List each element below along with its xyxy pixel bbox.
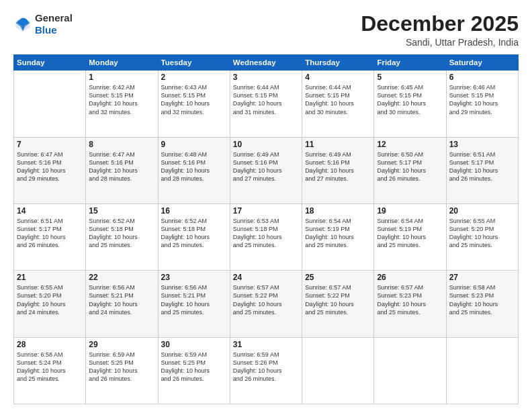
location: Sandi, Uttar Pradesh, India [361,37,519,48]
calendar-cell: 19Sunrise: 6:54 AM Sunset: 5:19 PM Dayli… [374,203,446,270]
day-number: 26 [377,273,443,282]
day-number: 22 [89,273,154,282]
cell-info: Sunrise: 6:57 AM Sunset: 5:22 PM Dayligh… [305,283,371,316]
day-number: 15 [89,206,154,216]
cell-info: Sunrise: 6:56 AM Sunset: 5:21 PM Dayligh… [89,283,154,316]
day-number: 20 [449,206,515,216]
day-number: 25 [305,273,371,282]
day-number: 5 [377,73,443,82]
calendar-cell: 14Sunrise: 6:51 AM Sunset: 5:17 PM Dayli… [14,203,86,270]
calendar-cell: 30Sunrise: 6:59 AM Sunset: 5:25 PM Dayli… [158,337,230,404]
calendar-cell: 16Sunrise: 6:52 AM Sunset: 5:18 PM Dayli… [158,203,230,270]
calendar-cell: 22Sunrise: 6:56 AM Sunset: 5:21 PM Dayli… [86,271,158,337]
title-block: December 2025 Sandi, Uttar Pradesh, Indi… [361,12,519,48]
page: General Blue December 2025 Sandi, Uttar … [0,0,532,411]
day-header-friday: Friday [374,55,446,71]
calendar-cell: 23Sunrise: 6:56 AM Sunset: 5:21 PM Dayli… [158,271,230,337]
calendar-cell: 25Sunrise: 6:57 AM Sunset: 5:22 PM Dayli… [302,271,374,337]
calendar-cell: 21Sunrise: 6:55 AM Sunset: 5:20 PM Dayli… [14,271,86,337]
calendar-cell: 27Sunrise: 6:58 AM Sunset: 5:23 PM Dayli… [446,271,518,337]
cell-info: Sunrise: 6:48 AM Sunset: 5:16 PM Dayligh… [161,150,227,183]
day-header-monday: Monday [86,55,158,71]
day-header-wednesday: Wednesday [230,55,302,71]
calendar-week-row: 1Sunrise: 6:42 AM Sunset: 5:15 PM Daylig… [14,71,519,137]
cell-info: Sunrise: 6:42 AM Sunset: 5:15 PM Dayligh… [89,83,154,116]
calendar-cell: 7Sunrise: 6:47 AM Sunset: 5:16 PM Daylig… [14,137,86,203]
cell-info: Sunrise: 6:43 AM Sunset: 5:15 PM Dayligh… [161,83,227,116]
day-header-saturday: Saturday [446,55,518,71]
cell-info: Sunrise: 6:50 AM Sunset: 5:17 PM Dayligh… [377,150,443,183]
month-title: December 2025 [361,12,519,36]
day-number: 1 [89,73,154,82]
cell-info: Sunrise: 6:54 AM Sunset: 5:19 PM Dayligh… [377,217,443,250]
day-number: 3 [233,73,299,82]
logo: General Blue [13,12,73,36]
cell-info: Sunrise: 6:52 AM Sunset: 5:18 PM Dayligh… [89,217,154,250]
calendar-cell: 8Sunrise: 6:47 AM Sunset: 5:16 PM Daylig… [86,137,158,203]
calendar-cell: 13Sunrise: 6:51 AM Sunset: 5:17 PM Dayli… [446,137,518,203]
day-number: 8 [89,140,154,149]
calendar-cell: 18Sunrise: 6:54 AM Sunset: 5:19 PM Dayli… [302,203,374,270]
cell-info: Sunrise: 6:44 AM Sunset: 5:15 PM Dayligh… [233,83,299,116]
calendar-cell: 26Sunrise: 6:57 AM Sunset: 5:23 PM Dayli… [374,271,446,337]
day-number: 17 [233,206,299,216]
day-number: 31 [233,340,299,349]
cell-info: Sunrise: 6:45 AM Sunset: 5:15 PM Dayligh… [377,83,443,116]
header: General Blue December 2025 Sandi, Uttar … [13,12,519,48]
day-number: 16 [161,206,227,216]
calendar-cell: 17Sunrise: 6:53 AM Sunset: 5:18 PM Dayli… [230,203,302,270]
cell-info: Sunrise: 6:58 AM Sunset: 5:23 PM Dayligh… [449,283,515,316]
calendar-cell: 20Sunrise: 6:55 AM Sunset: 5:20 PM Dayli… [446,203,518,270]
day-number: 13 [449,140,515,149]
calendar-cell: 29Sunrise: 6:59 AM Sunset: 5:25 PM Dayli… [86,337,158,404]
day-header-thursday: Thursday [302,55,374,71]
day-number: 14 [17,206,83,216]
day-number: 4 [305,73,371,82]
day-header-tuesday: Tuesday [158,55,230,71]
day-number: 28 [17,340,83,349]
day-number: 10 [233,140,299,149]
calendar-cell: 10Sunrise: 6:49 AM Sunset: 5:16 PM Dayli… [230,137,302,203]
calendar-cell: 5Sunrise: 6:45 AM Sunset: 5:15 PM Daylig… [374,71,446,137]
day-number: 23 [161,273,227,282]
day-number: 6 [449,73,515,82]
calendar-cell [446,337,518,404]
day-number: 18 [305,206,371,216]
cell-info: Sunrise: 6:54 AM Sunset: 5:19 PM Dayligh… [305,217,371,250]
cell-info: Sunrise: 6:57 AM Sunset: 5:23 PM Dayligh… [377,283,443,316]
calendar-cell: 2Sunrise: 6:43 AM Sunset: 5:15 PM Daylig… [158,71,230,137]
cell-info: Sunrise: 6:59 AM Sunset: 5:26 PM Dayligh… [233,351,299,383]
day-number: 19 [377,206,443,216]
day-header-sunday: Sunday [14,55,86,71]
logo-general: General [35,12,73,24]
calendar-cell [302,337,374,404]
calendar-cell [374,337,446,404]
calendar-header-row: SundayMondayTuesdayWednesdayThursdayFrid… [14,55,519,71]
calendar-week-row: 14Sunrise: 6:51 AM Sunset: 5:17 PM Dayli… [14,203,519,270]
day-number: 29 [89,340,154,349]
calendar-cell: 24Sunrise: 6:57 AM Sunset: 5:22 PM Dayli… [230,271,302,337]
day-number: 12 [377,140,443,149]
cell-info: Sunrise: 6:55 AM Sunset: 5:20 PM Dayligh… [449,217,515,250]
cell-info: Sunrise: 6:46 AM Sunset: 5:15 PM Dayligh… [449,83,515,116]
calendar-cell: 28Sunrise: 6:58 AM Sunset: 5:24 PM Dayli… [14,337,86,404]
calendar-week-row: 28Sunrise: 6:58 AM Sunset: 5:24 PM Dayli… [14,337,519,404]
cell-info: Sunrise: 6:44 AM Sunset: 5:15 PM Dayligh… [305,83,371,116]
day-number: 30 [161,340,227,349]
logo-icon [13,15,32,34]
cell-info: Sunrise: 6:57 AM Sunset: 5:22 PM Dayligh… [233,283,299,316]
calendar-table: SundayMondayTuesdayWednesdayThursdayFrid… [13,54,519,404]
calendar-week-row: 7Sunrise: 6:47 AM Sunset: 5:16 PM Daylig… [14,137,519,203]
calendar-cell: 1Sunrise: 6:42 AM Sunset: 5:15 PM Daylig… [86,71,158,137]
calendar-cell: 6Sunrise: 6:46 AM Sunset: 5:15 PM Daylig… [446,71,518,137]
cell-info: Sunrise: 6:51 AM Sunset: 5:17 PM Dayligh… [449,150,515,183]
day-number: 9 [161,140,227,149]
calendar-cell: 12Sunrise: 6:50 AM Sunset: 5:17 PM Dayli… [374,137,446,203]
cell-info: Sunrise: 6:49 AM Sunset: 5:16 PM Dayligh… [233,150,299,183]
cell-info: Sunrise: 6:53 AM Sunset: 5:18 PM Dayligh… [233,217,299,250]
calendar-cell: 11Sunrise: 6:49 AM Sunset: 5:16 PM Dayli… [302,137,374,203]
day-number: 2 [161,73,227,82]
cell-info: Sunrise: 6:59 AM Sunset: 5:25 PM Dayligh… [161,351,227,383]
cell-info: Sunrise: 6:49 AM Sunset: 5:16 PM Dayligh… [305,150,371,183]
calendar-cell: 3Sunrise: 6:44 AM Sunset: 5:15 PM Daylig… [230,71,302,137]
